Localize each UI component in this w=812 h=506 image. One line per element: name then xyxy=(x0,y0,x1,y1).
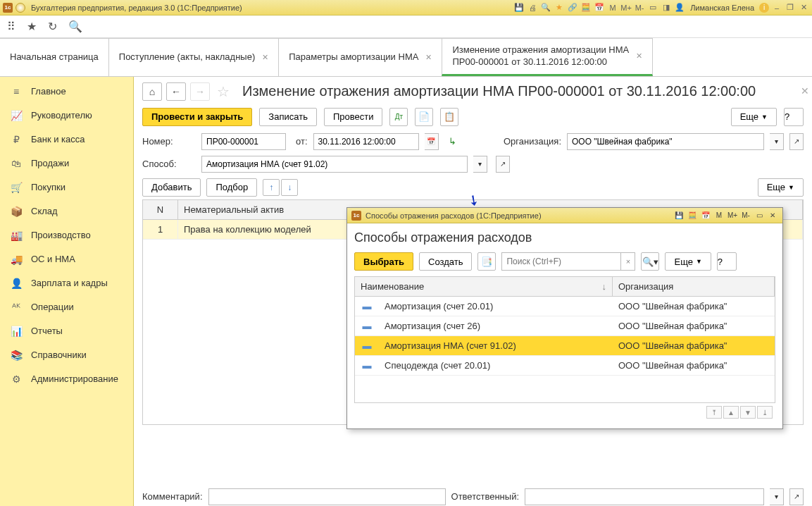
move-up-button[interactable]: ↑ xyxy=(263,179,280,196)
col-method-org[interactable]: Организация xyxy=(613,277,775,296)
list-item[interactable]: ▬ Амортизация (счет 26) ООО "Швейная фаб… xyxy=(355,316,775,336)
sidebar-item-manager[interactable]: 📈Руководителю xyxy=(0,104,133,128)
comment-input[interactable] xyxy=(208,488,446,505)
sidebar-item-production[interactable]: 🏭Производство xyxy=(0,223,133,247)
titlebar-dropdown-icon[interactable] xyxy=(15,3,25,13)
method-input[interactable] xyxy=(201,156,468,173)
tab-amort-params[interactable]: Параметры амортизации НМА ✕ xyxy=(278,38,442,76)
content-close-icon[interactable]: ✕ xyxy=(801,85,809,97)
save-icon[interactable]: 💾 xyxy=(513,2,525,13)
method-open-icon[interactable]: ↗ xyxy=(496,156,510,173)
responsible-input[interactable] xyxy=(525,488,764,505)
responsible-open-icon[interactable]: ↗ xyxy=(789,488,804,505)
search-clear-icon[interactable]: × xyxy=(621,252,635,271)
window-minimize[interactable]: – xyxy=(771,2,782,13)
org-input[interactable] xyxy=(567,133,764,150)
col-method-name[interactable]: Наименование↓ xyxy=(355,277,613,296)
sidebar-item-sales[interactable]: 🛍Продажи xyxy=(0,152,133,175)
close-icon[interactable]: ✕ xyxy=(425,53,432,62)
nav-down-icon[interactable]: ▼ xyxy=(740,406,756,419)
m-clear[interactable]: M xyxy=(607,2,618,13)
apps-icon[interactable]: ⠿ xyxy=(7,20,15,33)
m-plus[interactable]: M+ xyxy=(620,2,632,13)
close-icon[interactable]: ✕ xyxy=(636,51,642,61)
list-item[interactable]: ▬ Амортизация (счет 20.01) ООО "Швейная … xyxy=(355,297,775,316)
sidebar-item-operations[interactable]: ᴬᴷОперации xyxy=(0,295,133,319)
more-button[interactable]: Еще ▼ xyxy=(731,108,777,126)
history-icon[interactable]: ↻ xyxy=(48,20,57,33)
org-open-icon[interactable]: ↗ xyxy=(789,133,804,150)
grid-more-button[interactable]: Еще ▼ xyxy=(758,178,804,197)
org-dropdown-icon[interactable]: ▾ xyxy=(770,133,784,150)
sidebar-item-purchases[interactable]: 🛒Покупки xyxy=(0,175,133,199)
post-and-close-button[interactable]: Провести и закрыть xyxy=(142,108,252,126)
sidebar-item-warehouse[interactable]: 📦Склад xyxy=(0,199,133,223)
modal-help-button[interactable]: ? xyxy=(717,252,737,271)
pick-button[interactable]: Подбор xyxy=(206,178,257,197)
save-button[interactable]: Записать xyxy=(259,108,317,126)
sidebar-item-bank[interactable]: ₽Банк и касса xyxy=(0,128,133,152)
modal-m[interactable]: M xyxy=(713,210,725,221)
doc-icon[interactable]: 📄 xyxy=(415,108,433,126)
modal-save-icon[interactable]: 💾 xyxy=(673,210,685,221)
tab-receipts[interactable]: Поступление (акты, накладные) ✕ xyxy=(108,38,279,76)
modal-more-button[interactable]: Еще ▼ xyxy=(665,252,711,271)
sidebar-item-reports[interactable]: 📊Отчеты xyxy=(0,319,133,343)
list-icon[interactable]: 📋 xyxy=(440,108,458,126)
window-close[interactable]: ✕ xyxy=(798,2,809,13)
forward-button[interactable]: → xyxy=(190,82,210,101)
nav-last-icon[interactable]: ⤓ xyxy=(757,406,773,419)
col-number[interactable]: N xyxy=(143,200,178,219)
link-icon[interactable]: 🔗 xyxy=(567,2,578,13)
back-button[interactable]: ← xyxy=(166,82,186,101)
calendar-icon[interactable]: 📅 xyxy=(594,2,605,13)
modal-m-minus[interactable]: M- xyxy=(740,210,751,221)
method-dropdown-icon[interactable]: ▾ xyxy=(473,156,487,173)
calc-icon[interactable]: 🧮 xyxy=(580,2,592,13)
favorite-star-icon[interactable]: ☆ xyxy=(217,83,230,100)
add-button[interactable]: Добавить xyxy=(142,178,201,197)
sidebar-item-admin[interactable]: ⚙Администрирование xyxy=(0,367,133,391)
move-down-button[interactable]: ↓ xyxy=(281,179,298,196)
debit-credit-icon[interactable]: Дт xyxy=(389,108,408,126)
modal-layout-icon[interactable]: ▭ xyxy=(754,210,765,221)
help-button[interactable]: ? xyxy=(784,108,804,126)
panel-icon[interactable]: ◨ xyxy=(661,2,672,13)
modal-close-icon[interactable]: ✕ xyxy=(767,210,778,221)
date-input[interactable] xyxy=(313,133,419,150)
star-icon[interactable]: ★ xyxy=(27,20,37,33)
sidebar-item-assets[interactable]: 🚚ОС и НМА xyxy=(0,247,133,271)
nav-first-icon[interactable]: ⤒ xyxy=(706,406,722,419)
select-button[interactable]: Выбрать xyxy=(354,252,413,271)
copy-icon[interactable]: 📑 xyxy=(477,252,496,271)
tab-amort-change[interactable]: Изменение отражения амортизации НМА ПР00… xyxy=(442,38,653,76)
create-button[interactable]: Создать xyxy=(419,252,472,271)
window-restore[interactable]: ❐ xyxy=(785,2,796,13)
help-icon[interactable]: i xyxy=(759,3,769,13)
post-button[interactable]: Провести xyxy=(324,108,383,126)
list-item[interactable]: ▬ Амортизация НМА (счет 91.02) ООО "Швей… xyxy=(355,336,775,356)
home-button[interactable]: ⌂ xyxy=(142,82,162,101)
calendar-picker-icon[interactable]: 📅 xyxy=(425,133,439,150)
m-minus[interactable]: M- xyxy=(634,2,645,13)
search-toolbar-icon[interactable]: 🔍 xyxy=(68,20,82,33)
sidebar-item-hr[interactable]: 👤Зарплата и кадры xyxy=(0,271,133,295)
number-input[interactable] xyxy=(201,133,286,150)
modal-calc-icon[interactable]: 🧮 xyxy=(687,210,698,221)
close-icon[interactable]: ✕ xyxy=(262,53,268,62)
responsible-dropdown-icon[interactable]: ▾ xyxy=(770,488,784,505)
sidebar-item-catalogs[interactable]: 📚Справочники xyxy=(0,343,133,367)
tab-home[interactable]: Начальная страница xyxy=(0,38,109,76)
favorite-icon[interactable]: ★ xyxy=(554,2,565,13)
modal-m-plus[interactable]: M+ xyxy=(727,210,738,221)
search-button-icon[interactable]: 🔍▾ xyxy=(641,252,659,271)
print-icon[interactable]: 🖨 xyxy=(527,2,538,13)
nav-up-icon[interactable]: ▲ xyxy=(723,406,739,419)
search-icon[interactable]: 🔍 xyxy=(540,2,551,13)
modal-calendar-icon[interactable]: 📅 xyxy=(700,210,711,221)
report-icon: 📊 xyxy=(10,326,23,337)
layout-icon[interactable]: ▭ xyxy=(647,2,658,13)
search-input[interactable] xyxy=(501,252,621,271)
list-item[interactable]: ▬ Спецодежда (счет 20.01) ООО "Швейная ф… xyxy=(355,356,775,376)
sidebar-item-main[interactable]: ≡Главное xyxy=(0,80,133,104)
